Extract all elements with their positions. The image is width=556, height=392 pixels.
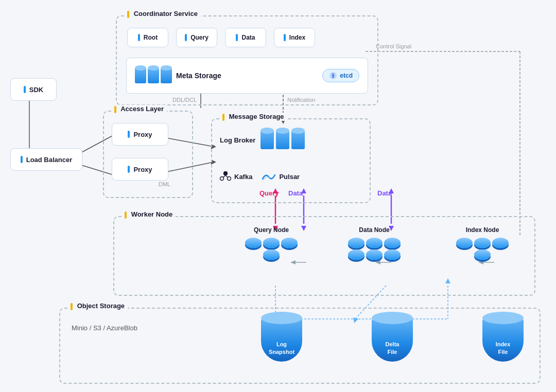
log-snapshot-label: LogSnapshot [261,341,302,355]
svg-line-45 [225,175,228,177]
data-node-disks [346,238,403,260]
log-broker-cylinders [260,131,305,149]
qn-disk4 [263,250,280,260]
coordinator-service-label: Coordinator Service [124,10,201,18]
meta-storage-component: Meta Storage etcd [126,58,368,94]
access-layer-label-text: Access Layer [120,105,164,113]
index-node-disks [454,238,511,260]
cyl2 [148,68,159,83]
message-storage-bar [222,114,224,121]
qn-disk2 [263,238,280,248]
proxy1-bar [128,131,130,138]
svg-line-44 [223,175,225,177]
sdk-component: SDK [10,78,57,101]
query-node-label: Query Node [254,226,289,234]
proxy2-bar [128,166,130,173]
cyl1 [135,68,146,83]
data-coord-label: Data [241,34,255,41]
meta-storage-cylinders [135,68,172,83]
delta-file-label: DeltaFile [372,341,413,355]
proxy2-component: Proxy [112,158,168,181]
proxy2-label: Proxy [133,166,152,173]
worker-node-label: Worker Node [121,210,176,219]
object-storage-label: Object Storage [67,302,128,310]
message-storage-label: Message Storage [219,113,287,121]
worker-node-box: Worker Node Query Node Data Node Index N… [113,216,535,296]
lb-bar [21,156,23,163]
proxy1-label: Proxy [133,131,152,138]
pulsar-icon [262,172,276,181]
log-broker-row: Log Broker [220,131,305,149]
delta-file-db: DeltaFile [372,318,413,362]
kafka-pulsar-row: Kafka Pulsar [220,171,300,182]
dml-label: DML [159,181,170,187]
root-component: Root [127,28,168,47]
etcd-icon [329,72,337,80]
query-coord-component: Query [176,28,217,47]
dn-disk6 [384,250,401,260]
qn-disk1 [245,238,262,248]
dn-disk4 [348,250,364,260]
in-disk4 [474,250,491,260]
index-coord-bar [284,34,286,41]
object-storage-box: Object Storage Minio / S3 / AzureBlob Lo… [59,308,541,384]
log-broker-label: Log Broker [220,136,255,144]
etcd-label: etcd [340,72,353,79]
index-file-db: IndexFile [482,318,524,362]
index-coord-label: Index [289,34,305,41]
data-arrow-label2: Data [377,189,392,197]
kafka-component: Kafka [220,171,252,182]
data-node-section: Data Node [346,226,403,260]
meta-storage-label: Meta Storage [176,72,221,80]
kafka-icon [220,171,231,182]
etcd-badge: etcd [322,69,359,82]
svg-point-40 [332,75,334,77]
object-storage-bar [71,303,73,310]
access-layer-label: Access Layer [111,105,167,113]
lb-label: Load Balancer [26,156,73,164]
worker-node-label-text: Worker Node [131,210,173,218]
load-balancer-component: Load Balancer [10,148,82,171]
svg-point-41 [223,171,228,175]
notification-label: Notification [287,97,315,103]
data-coord-component: Data [225,28,266,47]
log-snapshot-db: LogSnapshot [261,318,302,362]
dn-disk3 [384,238,401,248]
worker-node-bar [125,211,127,219]
delta-file-cylinder: DeltaFile [372,318,413,362]
query-node-disks [243,238,300,260]
coordinator-service-box: Coordinator Service Root Query Data Inde… [116,15,378,105]
data-arrow-label1: Data [288,189,303,197]
coordinator-label-text: Coordinator Service [134,10,198,17]
object-storage-label-text: Object Storage [77,302,125,310]
dn-disk2 [366,238,383,248]
access-layer-bar [114,106,116,113]
cyl3 [161,68,172,83]
qn-disk3 [281,238,298,248]
index-node-section: Index Node [454,226,511,260]
index-node-label: Index Node [466,226,499,234]
access-layer-box: Access Layer Proxy Proxy [103,111,193,198]
data-node-label: Data Node [359,226,389,234]
dn-disk1 [348,238,364,248]
in-disk2 [474,238,491,248]
object-storage-subtitle: Minio / S3 / AzureBlob [72,324,137,332]
in-disk3 [492,238,509,248]
query-coord-bar [185,34,187,41]
query-node-section: Query Node [243,226,300,260]
index-file-cylinder: IndexFile [482,318,524,362]
pulsar-component: Pulsar [262,172,300,181]
index-file-label: IndexFile [482,341,524,355]
pulsar-label: Pulsar [279,173,300,181]
index-coord-component: Index [274,28,315,47]
coordinator-bar [127,11,129,18]
root-label: Root [144,34,158,41]
sdk-bar [24,86,26,93]
architecture-diagram: { "title": "Milvus Architecture Diagram"… [0,0,556,392]
message-storage-label-text: Message Storage [229,113,284,120]
control-signal-label: Control Signal [376,43,411,49]
sdk-label: SDK [29,86,43,94]
query-arrow-label: Query [259,189,279,197]
meta-storage-left: Meta Storage [135,68,221,83]
dn-disk5 [366,250,383,260]
